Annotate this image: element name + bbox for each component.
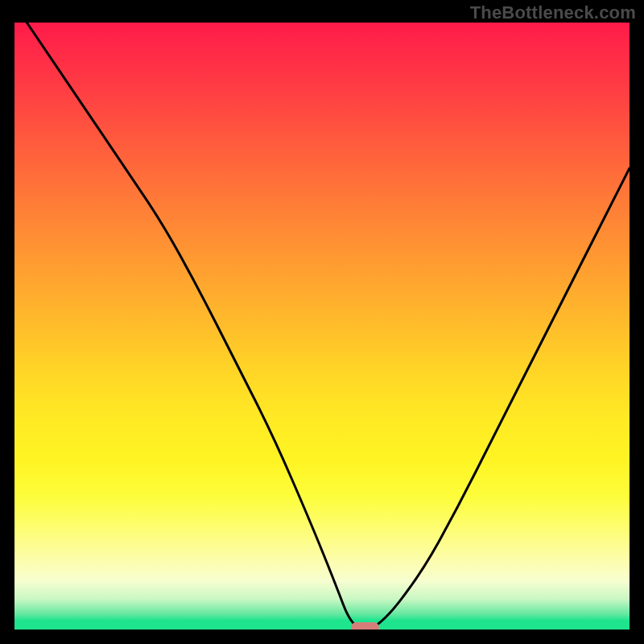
- bottleneck-curve: [27, 23, 630, 630]
- chart-frame: TheBottleneck.com: [0, 0, 644, 644]
- plot-area: [14, 23, 630, 630]
- attribution-text: TheBottleneck.com: [470, 2, 636, 23]
- bottleneck-curve-svg: [14, 23, 630, 630]
- optimal-marker: [351, 622, 378, 630]
